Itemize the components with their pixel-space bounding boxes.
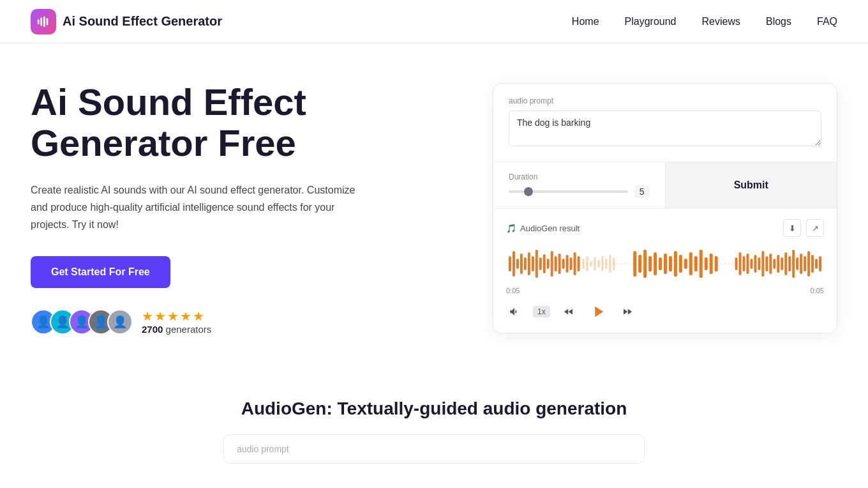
audiogen-section: 🎵 AudioGen result ⬇ ↗ xyxy=(493,209,837,333)
svg-rect-57 xyxy=(761,251,764,277)
svg-rect-37 xyxy=(654,252,657,275)
hero-title: Ai Sound Effect Generator Free xyxy=(31,82,388,164)
svg-rect-24 xyxy=(583,259,585,269)
audiogen-actions: ⬇ ↗ xyxy=(783,219,824,237)
nav-playground[interactable]: Playground xyxy=(625,16,677,27)
svg-rect-15 xyxy=(547,259,550,269)
svg-rect-21 xyxy=(570,257,572,270)
svg-rect-2 xyxy=(43,16,45,27)
svg-rect-18 xyxy=(558,254,561,274)
rewind-button[interactable] xyxy=(560,303,577,320)
svg-rect-30 xyxy=(605,259,607,269)
svg-rect-49 xyxy=(715,256,718,271)
stars-rating: ★★★★★ 2700 generators xyxy=(142,309,211,335)
prompt-section: audio prompt The dog is barking xyxy=(493,84,837,162)
slider-row: 5 xyxy=(509,185,650,198)
waveform-svg xyxy=(506,245,824,283)
svg-rect-63 xyxy=(784,252,787,275)
svg-rect-39 xyxy=(664,254,667,274)
cta-button[interactable]: Get Started For Free xyxy=(31,256,170,288)
svg-rect-12 xyxy=(535,250,538,278)
hero-description: Create realistic AI sounds with our AI s… xyxy=(31,181,363,234)
svg-rect-72 xyxy=(819,256,821,271)
duration-section: Duration 5 xyxy=(493,162,665,208)
svg-rect-28 xyxy=(597,260,599,268)
count-text: 2700 generators xyxy=(142,324,211,335)
nav-links: Home Playground Reviews Blogs FAQ xyxy=(572,16,837,27)
hero-right: audio prompt The dog is barking Duration… xyxy=(493,83,837,333)
logo-link[interactable]: Ai Sound Effect Generator xyxy=(31,9,222,34)
svg-rect-69 xyxy=(807,251,810,277)
duration-label: Duration xyxy=(509,172,650,181)
audiogen-header: 🎵 AudioGen result ⬇ ↗ xyxy=(506,219,824,237)
time-left: 0:05 xyxy=(506,287,520,294)
svg-rect-53 xyxy=(746,254,749,274)
svg-rect-54 xyxy=(750,259,752,269)
speed-button[interactable]: 1x xyxy=(533,306,550,317)
svg-rect-10 xyxy=(528,252,530,275)
svg-rect-22 xyxy=(574,252,576,275)
forward-button[interactable] xyxy=(619,303,636,320)
svg-rect-1 xyxy=(40,17,42,26)
svg-rect-42 xyxy=(679,255,682,273)
svg-rect-16 xyxy=(551,251,553,277)
svg-rect-43 xyxy=(684,259,687,269)
submit-button[interactable]: Submit xyxy=(665,162,837,208)
svg-rect-9 xyxy=(524,257,527,270)
duration-submit-row: Duration 5 Submit xyxy=(493,162,837,209)
avatar-group: 👤 👤 👤 👤 👤 xyxy=(31,309,133,335)
volume-button[interactable] xyxy=(506,303,523,320)
navbar: Ai Sound Effect Generator Home Playgroun… xyxy=(0,0,868,43)
duration-slider[interactable] xyxy=(509,190,628,193)
music-icon: 🎵 xyxy=(506,224,516,233)
svg-rect-17 xyxy=(555,256,557,271)
logo-text: Ai Sound Effect Generator xyxy=(63,14,222,29)
share-button[interactable]: ↗ xyxy=(806,219,824,237)
time-right: 0:05 xyxy=(811,287,824,294)
bottom-section: AudioGen: Textually-guided audio generat… xyxy=(0,360,868,464)
svg-rect-26 xyxy=(590,261,592,266)
bottom-title: AudioGen: Textually-guided audio generat… xyxy=(31,399,837,419)
svg-rect-71 xyxy=(815,259,818,269)
svg-rect-33 xyxy=(633,251,636,277)
nav-faq[interactable]: FAQ xyxy=(817,16,837,27)
bottom-input-box: audio prompt xyxy=(223,434,645,464)
social-proof: 👤 👤 👤 👤 👤 ★★★★★ 2700 generators xyxy=(31,309,388,335)
audiogen-title: 🎵 AudioGen result xyxy=(506,224,580,233)
nav-home[interactable]: Home xyxy=(572,16,599,27)
nav-blogs[interactable]: Blogs xyxy=(766,16,791,27)
svg-rect-36 xyxy=(648,256,652,271)
prompt-textarea[interactable]: The dog is barking xyxy=(509,111,821,146)
svg-rect-55 xyxy=(754,255,756,273)
download-button[interactable]: ⬇ xyxy=(783,219,801,237)
svg-rect-61 xyxy=(777,255,779,273)
svg-rect-66 xyxy=(796,257,798,270)
svg-rect-27 xyxy=(594,257,595,270)
svg-rect-34 xyxy=(638,255,641,273)
svg-rect-29 xyxy=(601,256,603,271)
nav-reviews[interactable]: Reviews xyxy=(701,16,740,27)
svg-rect-3 xyxy=(47,18,49,25)
svg-rect-47 xyxy=(705,257,708,270)
svg-rect-51 xyxy=(739,252,742,275)
time-row: 0:05 0:05 xyxy=(506,287,824,294)
svg-rect-67 xyxy=(800,254,802,274)
svg-rect-56 xyxy=(758,257,760,270)
waveform xyxy=(506,245,824,283)
logo-icon xyxy=(31,9,56,34)
svg-rect-40 xyxy=(669,256,672,271)
svg-rect-35 xyxy=(643,250,647,278)
prompt-label: audio prompt xyxy=(509,96,821,105)
play-button[interactable] xyxy=(587,301,609,323)
svg-rect-38 xyxy=(659,257,662,270)
audio-widget: audio prompt The dog is barking Duration… xyxy=(493,83,837,333)
svg-rect-44 xyxy=(689,252,692,275)
svg-rect-23 xyxy=(578,256,580,271)
svg-rect-14 xyxy=(543,254,546,273)
svg-rect-64 xyxy=(788,256,791,271)
svg-rect-58 xyxy=(765,256,768,271)
svg-rect-31 xyxy=(609,255,611,273)
svg-rect-48 xyxy=(710,254,713,274)
svg-rect-20 xyxy=(566,255,569,273)
svg-rect-62 xyxy=(781,257,783,270)
